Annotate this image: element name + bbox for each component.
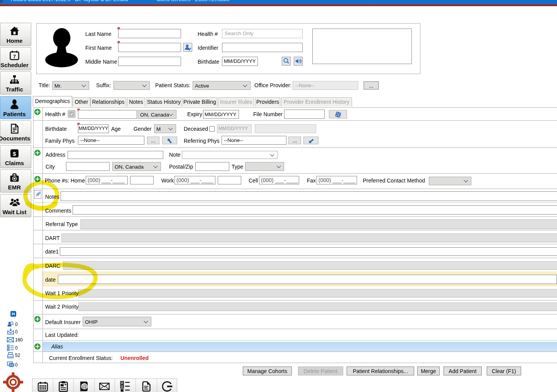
svg-text:7: 7 — [13, 54, 16, 59]
svg-text:@: @ — [81, 384, 87, 390]
svg-text:$: $ — [13, 150, 16, 157]
